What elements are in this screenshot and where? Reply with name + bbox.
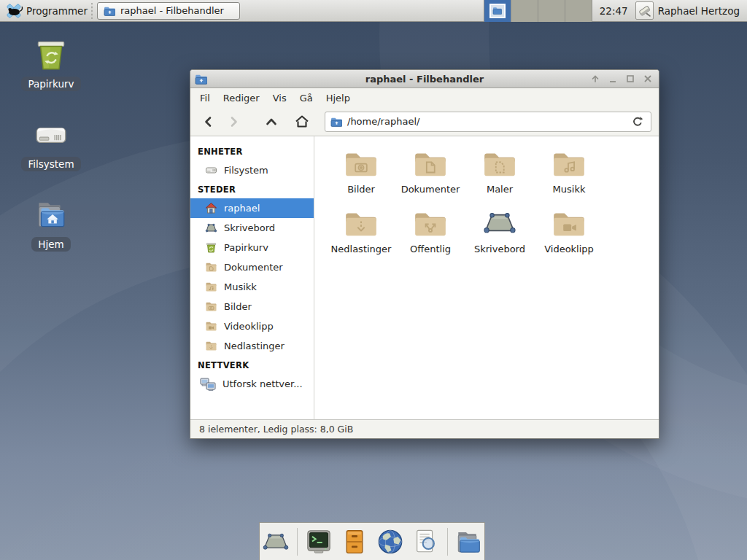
maximize-button[interactable]	[624, 73, 637, 85]
file-name: Bilder	[347, 184, 375, 195]
workspace-1[interactable]	[484, 0, 511, 22]
file-item-nedlastinger[interactable]: Nedlastinger	[328, 206, 395, 254]
up-button[interactable]	[260, 111, 282, 133]
network-icon	[200, 377, 216, 392]
file-name: Offentlig	[410, 244, 451, 254]
desktop-icon	[205, 222, 217, 234]
sidebar-item-label: Videoklipp	[224, 321, 274, 332]
folder-music-icon	[205, 281, 217, 293]
window-controls	[589, 73, 654, 85]
window-titlebar[interactable]: raphael - Filbehandler	[190, 70, 659, 88]
file-item-offentlig[interactable]: Offentlig	[397, 206, 464, 254]
applications-menu-label[interactable]: Programmer	[26, 5, 88, 17]
back-button[interactable]	[198, 111, 220, 133]
desktop-icon	[481, 206, 518, 240]
file-name: Nedlastinger	[331, 244, 392, 254]
sidebar-item-filesystem[interactable]: Filsystem	[190, 160, 314, 180]
sidebar-item-papirkurv[interactable]: Papirkurv	[190, 238, 314, 257]
sidebar-item-dokumenter[interactable]: Dokumenter	[190, 257, 314, 277]
menu-rediger[interactable]: Rediger	[217, 90, 266, 106]
desktop-icon-home[interactable]: Hjem	[13, 197, 89, 252]
close-button[interactable]	[641, 73, 654, 85]
location-bar[interactable]: /home/raphael/	[325, 112, 651, 132]
desktop-icon-trash[interactable]: Papirkurv	[13, 36, 89, 91]
path-input[interactable]: /home/raphael/	[347, 116, 624, 127]
show-desktop-icon	[261, 529, 290, 554]
file-cabinet-icon	[341, 528, 368, 556]
workspace-4[interactable]	[565, 0, 592, 22]
minimize-button[interactable]	[606, 73, 619, 85]
menu-ga[interactable]: Gå	[293, 90, 320, 106]
workspace-2[interactable]	[511, 0, 538, 22]
sidebar-item-videoklipp[interactable]: Videoklipp	[190, 316, 314, 336]
file-name: Maler	[487, 184, 513, 195]
dock-file-cabinet-button[interactable]	[340, 527, 369, 556]
desktop-icon-filesystem[interactable]: Filsystem	[13, 117, 89, 171]
sidebar-item-label: Musikk	[224, 281, 257, 292]
sidebar-item-label: raphael	[224, 203, 260, 214]
shade-button[interactable]	[589, 73, 602, 85]
folder-videos-icon	[205, 320, 217, 332]
sidebar-item-label: Dokumenter	[224, 262, 283, 273]
file-view[interactable]: Bilder Dokumenter	[314, 136, 659, 419]
workspace-3[interactable]	[538, 0, 565, 22]
menu-fil[interactable]: Fil	[193, 90, 217, 106]
dock-search-button[interactable]	[411, 527, 441, 556]
sidebar-item-label: Skrivebord	[224, 222, 275, 233]
trash-icon	[205, 241, 217, 254]
blue-folder-icon	[104, 6, 115, 16]
sidebar-item-bilder[interactable]: Bilder	[190, 297, 314, 316]
home-button[interactable]	[291, 111, 313, 133]
trash-icon	[33, 36, 69, 73]
folder-share-emblem-icon	[412, 206, 449, 240]
workspace-mini-window	[489, 4, 506, 18]
window-folder-icon	[195, 74, 207, 85]
file-item-skrivebord[interactable]: Skrivebord	[466, 206, 533, 254]
menu-hjelp[interactable]: Hjelp	[320, 90, 357, 106]
path-folder-icon	[330, 117, 342, 127]
user-name[interactable]: Raphael Hertzog	[658, 5, 740, 17]
file-item-bilder[interactable]: Bilder	[328, 147, 395, 195]
taskbar-window-button[interactable]: raphael - Filbehandler	[97, 2, 240, 20]
sidebar-item-label: Utforsk nettver...	[222, 378, 303, 389]
search-document-icon	[412, 528, 440, 556]
sidebar-item-label: Papirkurv	[224, 242, 268, 253]
window-content: ENHETER Filsystem STEDER raphael	[190, 136, 659, 419]
sidebar-item-label: Filsystem	[224, 165, 268, 176]
file-name: Videoklipp	[544, 244, 594, 254]
file-item-maler[interactable]: Maler	[466, 147, 533, 195]
menubar: Fil Rediger Vis Gå Hjelp	[190, 88, 659, 107]
sidebar-item-musikk[interactable]: Musikk	[190, 277, 314, 297]
dock-terminal-button[interactable]	[304, 527, 333, 556]
sidebar-item-label: Bilder	[224, 301, 252, 312]
workspace-switcher	[484, 0, 592, 22]
panel-clock[interactable]: 22:47	[600, 5, 628, 17]
web-browser-globe-icon	[376, 528, 404, 556]
sidebar-item-skrivebord[interactable]: Skrivebord	[190, 218, 314, 238]
forward-button[interactable]	[222, 111, 244, 133]
sidebar-item-nedlastinger[interactable]: Nedlastinger	[190, 336, 314, 356]
xfce-menu-icon[interactable]	[4, 2, 23, 20]
file-item-musikk[interactable]: Musikk	[535, 147, 603, 195]
dock-show-desktop-button[interactable]	[261, 527, 290, 556]
dock-separator	[447, 528, 448, 556]
sidebar-item-network-browse[interactable]: Utforsk nettver...	[190, 374, 314, 394]
dock-web-browser-button[interactable]	[376, 527, 405, 556]
folder-camera-emblem-icon	[343, 147, 379, 180]
session-button[interactable]	[635, 1, 654, 20]
file-item-dokumenter[interactable]: Dokumenter	[397, 147, 464, 195]
menu-vis[interactable]: Vis	[266, 90, 293, 106]
reload-button[interactable]	[630, 114, 646, 130]
dock-folder-button[interactable]	[454, 527, 484, 556]
desktop-icon-label: Hjem	[31, 237, 70, 252]
blue-folder-icon	[454, 529, 484, 555]
sidebar-item-raphael[interactable]: raphael	[190, 198, 314, 218]
file-grid: Bilder Dokumenter	[328, 147, 659, 254]
file-name: Musikk	[553, 184, 586, 195]
sidebar-header-places: STEDER	[190, 180, 314, 198]
file-item-videoklipp[interactable]: Videoklipp	[535, 206, 603, 254]
folder-download-emblem-icon	[343, 206, 379, 240]
folder-pictures-icon	[205, 300, 217, 313]
folder-video-emblem-icon	[551, 206, 587, 240]
folder-downloads-icon	[205, 340, 217, 352]
